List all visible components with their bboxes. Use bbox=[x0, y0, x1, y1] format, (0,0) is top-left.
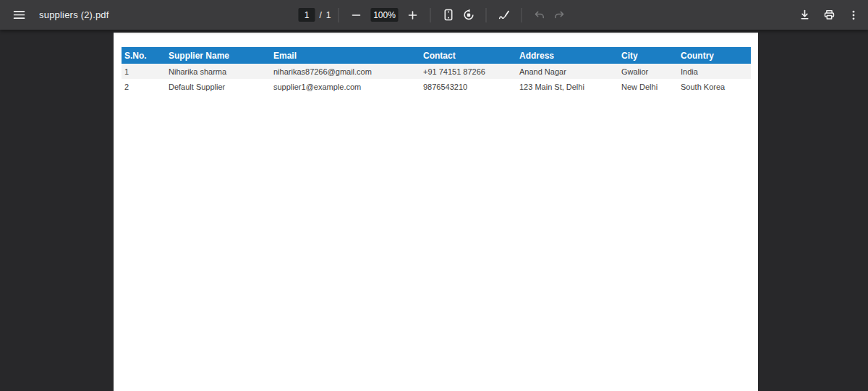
cell-supplier-name: Niharika sharma bbox=[166, 64, 271, 79]
ink-annotate-icon bbox=[498, 9, 510, 21]
toolbar-divider bbox=[339, 8, 339, 22]
suppliers-table: S.No. Supplier Name Email Contact Addres… bbox=[122, 47, 751, 94]
menu-button[interactable] bbox=[9, 5, 29, 25]
col-header-contact: Contact bbox=[420, 47, 516, 64]
table-row: 2 Default Supplier supplier1@example.com… bbox=[122, 79, 751, 94]
pdf-viewer-canvas: S.No. Supplier Name Email Contact Addres… bbox=[0, 30, 868, 391]
download-button[interactable] bbox=[794, 5, 814, 25]
cell-sno: 1 bbox=[122, 64, 166, 79]
kebab-menu-icon bbox=[848, 9, 859, 21]
col-header-city: City bbox=[618, 47, 678, 64]
col-header-email: Email bbox=[271, 47, 420, 64]
annotate-button[interactable] bbox=[494, 5, 514, 25]
redo-icon bbox=[554, 9, 566, 21]
zoom-level-input[interactable] bbox=[371, 8, 399, 22]
zoom-out-button[interactable] bbox=[346, 5, 367, 25]
toolbar-divider bbox=[522, 8, 522, 22]
toolbar-divider bbox=[486, 8, 487, 22]
cell-city: Gwalior bbox=[618, 64, 678, 79]
cell-address: 123 Main St, Delhi bbox=[516, 79, 618, 94]
cell-sno: 2 bbox=[122, 79, 166, 94]
more-options-button[interactable] bbox=[843, 5, 864, 25]
page-count: 1 bbox=[326, 10, 331, 20]
table-row: 1 Niharika sharma niharikas87266@gmail.c… bbox=[122, 64, 751, 79]
table-header-row: S.No. Supplier Name Email Contact Addres… bbox=[122, 47, 751, 64]
toolbar-divider bbox=[430, 8, 431, 22]
hamburger-menu-icon bbox=[13, 9, 25, 21]
page-navigation: / 1 bbox=[298, 8, 331, 22]
page-separator: / bbox=[319, 10, 321, 20]
redo-button[interactable] bbox=[550, 5, 570, 25]
cell-address: Anand Nagar bbox=[516, 64, 618, 79]
cell-contact: +91 74151 87266 bbox=[420, 64, 516, 79]
undo-button[interactable] bbox=[529, 5, 550, 25]
cell-city: New Delhi bbox=[618, 79, 678, 94]
toolbar-right-section bbox=[794, 5, 868, 25]
toolbar-left-section: suppliers (2).pdf bbox=[0, 5, 109, 25]
col-header-address: Address bbox=[516, 47, 618, 64]
download-icon bbox=[799, 9, 811, 21]
cell-contact: 9876543210 bbox=[420, 79, 516, 94]
page-number-input[interactable] bbox=[298, 8, 315, 22]
col-header-country: Country bbox=[678, 47, 751, 64]
zoom-in-button[interactable] bbox=[403, 5, 423, 25]
rotate-button[interactable] bbox=[459, 5, 479, 25]
cell-country: India bbox=[678, 64, 751, 79]
toolbar-center-section: / 1 bbox=[298, 0, 569, 30]
undo-icon bbox=[534, 9, 545, 21]
pdf-page: S.No. Supplier Name Email Contact Addres… bbox=[114, 33, 758, 391]
col-header-sno: S.No. bbox=[122, 47, 166, 64]
cell-supplier-name: Default Supplier bbox=[166, 79, 271, 94]
pdf-viewer-toolbar: suppliers (2).pdf / 1 bbox=[0, 0, 868, 30]
fit-to-page-button[interactable] bbox=[438, 5, 459, 25]
cell-country: South Korea bbox=[678, 79, 751, 94]
print-button[interactable] bbox=[819, 5, 839, 25]
col-header-supplier-name: Supplier Name bbox=[166, 47, 271, 64]
rotate-counterclockwise-icon bbox=[462, 9, 475, 21]
cell-email: supplier1@example.com bbox=[271, 79, 420, 94]
minus-icon bbox=[351, 9, 362, 21]
plus-icon bbox=[407, 9, 419, 21]
fit-to-page-icon bbox=[442, 9, 454, 21]
cell-email: niharikas87266@gmail.com bbox=[271, 64, 420, 79]
print-icon bbox=[823, 9, 835, 21]
document-title: suppliers (2).pdf bbox=[39, 9, 109, 20]
